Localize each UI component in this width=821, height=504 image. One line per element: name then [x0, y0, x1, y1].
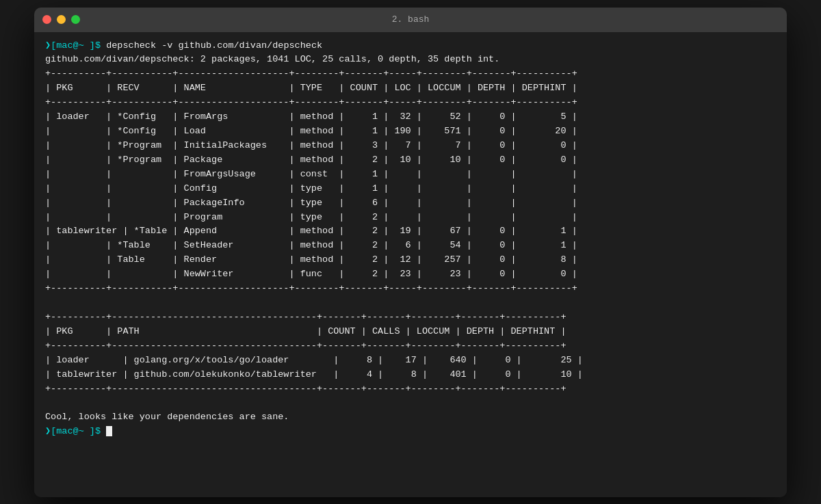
- row-3: | | *Program | InitialPackages | method …: [45, 139, 776, 153]
- sep4: +----------+----------------------------…: [45, 310, 776, 325]
- table1-header: | PKG | RECV | NAME | TYPE | COUNT | LOC…: [45, 81, 776, 96]
- table2-header: | PKG | PATH | COUNT | CALLS | LOCCUM | …: [45, 325, 776, 339]
- command-line: ❯[mac@~ ]$ depscheck -v github.com/divan…: [45, 39, 776, 53]
- cursor: [106, 426, 112, 436]
- sep3: +----------+-----------+----------------…: [45, 282, 776, 296]
- prompt-prefix: ❯: [45, 40, 51, 51]
- blank1: [45, 296, 776, 310]
- summary-line: github.com/divan/depscheck: 2 packages, …: [45, 53, 776, 67]
- row-10: | | *Table | SetHeader | method | 2 | 6 …: [45, 239, 776, 253]
- terminal-window: 2. bash ❯[mac@~ ]$ depscheck -v github.c…: [34, 8, 787, 497]
- row-1: | loader | *Config | FromArgs | method |…: [45, 110, 776, 124]
- sep1: +----------+-----------+----------------…: [45, 67, 776, 81]
- sep2: +----------+-----------+----------------…: [45, 96, 776, 110]
- window-title: 2. bash: [392, 14, 430, 25]
- footer-message: Cool, looks like your dependencies are s…: [45, 410, 776, 425]
- row-6: | | | Config | type | 1 | | | | |: [45, 182, 776, 196]
- row-9: | tablewriter | *Table | Append | method…: [45, 224, 776, 239]
- titlebar: 2. bash: [34, 8, 787, 32]
- maximize-button[interactable]: [71, 15, 80, 24]
- row-4: | | *Program | Package | method | 2 | 10…: [45, 153, 776, 168]
- row-2: | | *Config | Load | method | 1 | 190 | …: [45, 124, 776, 139]
- blank2: [45, 397, 776, 411]
- dep-row-2: | tablewriter | github.com/olekukonko/ta…: [45, 368, 776, 382]
- close-button[interactable]: [42, 15, 51, 24]
- terminal-body: ❯[mac@~ ]$ depscheck -v github.com/divan…: [34, 32, 787, 497]
- sep6: +----------+----------------------------…: [45, 382, 776, 397]
- row-8: | | | Program | type | 2 | | | | |: [45, 211, 776, 225]
- row-11: | | Table | Render | method | 2 | 12 | 2…: [45, 253, 776, 267]
- row-5: | | | FromArgsUsage | const | 1 | | | | …: [45, 168, 776, 182]
- row-12: | | | NewWriter | func | 2 | 23 | 23 | 0…: [45, 267, 776, 282]
- traffic-lights: [42, 15, 80, 24]
- sep5: +----------+----------------------------…: [45, 339, 776, 354]
- row-7: | | | PackageInfo | type | 6 | | | | |: [45, 196, 776, 211]
- dep-row-1: | loader | golang.org/x/tools/go/loader …: [45, 354, 776, 368]
- minimize-button[interactable]: [57, 15, 66, 24]
- prompt2-line: ❯[mac@~ ]$: [45, 425, 776, 439]
